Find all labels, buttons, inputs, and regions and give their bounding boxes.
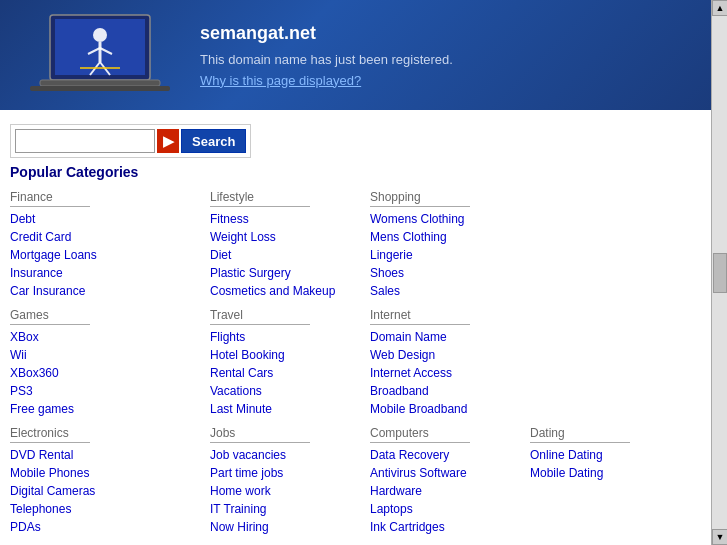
shopping-section: Shopping Womens Clothing Mens Clothing L… (370, 190, 530, 300)
electronics-section: Electronics DVD Rental Mobile Phones Dig… (10, 426, 210, 536)
search-input[interactable] (15, 129, 155, 153)
svg-point-2 (93, 28, 107, 42)
link-womens-clothing[interactable]: Womens Clothing (370, 210, 530, 228)
categories-grid: Finance Debt Credit Card Mortgage Loans … (10, 190, 717, 545)
electronics-header: Electronics (10, 426, 90, 443)
link-last-minute[interactable]: Last Minute (210, 400, 370, 418)
shopping-header: Shopping (370, 190, 470, 207)
games-section: Games XBox Wii XBox360 PS3 Free games (10, 308, 210, 418)
svg-rect-10 (30, 86, 170, 91)
scroll-up-button[interactable]: ▲ (712, 0, 727, 16)
link-wii[interactable]: Wii (10, 346, 210, 364)
header-domain: semangat.net (200, 23, 453, 44)
link-shoes[interactable]: Shoes (370, 264, 530, 282)
search-arrow-button[interactable]: ▶ (157, 129, 179, 153)
search-container: ▶ Search (0, 118, 727, 164)
link-pdas[interactable]: PDAs (10, 518, 210, 536)
link-sales[interactable]: Sales (370, 282, 530, 300)
link-credit-card[interactable]: Credit Card (10, 228, 210, 246)
dating-header: Dating (530, 426, 630, 443)
games-header: Games (10, 308, 90, 325)
link-weight-loss[interactable]: Weight Loss (210, 228, 370, 246)
link-home-work[interactable]: Home work (210, 482, 370, 500)
link-part-time-jobs[interactable]: Part time jobs (210, 464, 370, 482)
scrollbar[interactable]: ▲ ▼ (711, 0, 727, 545)
link-cosmetics[interactable]: Cosmetics and Makeup (210, 282, 370, 300)
link-dvd-rental[interactable]: DVD Rental (10, 446, 210, 464)
right-column: Lifestyle Fitness Weight Loss Diet Plast… (210, 190, 717, 545)
link-mortgage-loans[interactable]: Mortgage Loans (10, 246, 210, 264)
link-car-insurance[interactable]: Car Insurance (10, 282, 210, 300)
link-broadband[interactable]: Broadband (370, 382, 530, 400)
spacer-top-right (530, 190, 690, 308)
travel-header: Travel (210, 308, 310, 325)
link-mobile-phones[interactable]: Mobile Phones (10, 464, 210, 482)
spacer-mid-right (530, 308, 690, 426)
header: semangat.net This domain name has just b… (0, 0, 727, 110)
header-text: semangat.net This domain name has just b… (200, 23, 453, 88)
link-it-training[interactable]: IT Training (210, 500, 370, 518)
link-internet-access[interactable]: Internet Access (370, 364, 530, 382)
internet-section: Internet Domain Name Web Design Internet… (370, 308, 530, 418)
link-fitness[interactable]: Fitness (210, 210, 370, 228)
link-rental-cars[interactable]: Rental Cars (210, 364, 370, 382)
link-diet[interactable]: Diet (210, 246, 370, 264)
link-xbox360[interactable]: XBox360 (10, 364, 210, 382)
finance-section: Finance Debt Credit Card Mortgage Loans … (10, 190, 210, 300)
finance-header: Finance (10, 190, 90, 207)
link-ps3[interactable]: PS3 (10, 382, 210, 400)
popular-title: Popular Categories (10, 164, 717, 180)
search-box: ▶ Search (10, 124, 251, 158)
link-laptops[interactable]: Laptops (370, 500, 530, 518)
computers-header: Computers (370, 426, 470, 443)
link-domain-name[interactable]: Domain Name (370, 328, 530, 346)
computers-section: Computers Data Recovery Antivirus Softwa… (370, 426, 530, 536)
link-xbox[interactable]: XBox (10, 328, 210, 346)
lifestyle-section: Lifestyle Fitness Weight Loss Diet Plast… (210, 190, 370, 300)
travel-section: Travel Flights Hotel Booking Rental Cars… (210, 308, 370, 418)
link-vacations[interactable]: Vacations (210, 382, 370, 400)
link-telephones[interactable]: Telephones (10, 500, 210, 518)
link-debt[interactable]: Debt (10, 210, 210, 228)
link-digital-cameras[interactable]: Digital Cameras (10, 482, 210, 500)
link-now-hiring[interactable]: Now Hiring (210, 518, 370, 536)
link-mobile-broadband[interactable]: Mobile Broadband (370, 400, 530, 418)
link-hardware[interactable]: Hardware (370, 482, 530, 500)
link-ink-cartridges[interactable]: Ink Cartridges (370, 518, 530, 536)
right-grid: Lifestyle Fitness Weight Loss Diet Plast… (210, 190, 717, 545)
link-free-games[interactable]: Free games (10, 400, 210, 418)
jobs-header: Jobs (210, 426, 310, 443)
laptop-illustration (20, 10, 180, 100)
header-subtitle: This domain name has just been registere… (200, 52, 453, 67)
lifestyle-header: Lifestyle (210, 190, 310, 207)
link-flights[interactable]: Flights (210, 328, 370, 346)
link-lingerie[interactable]: Lingerie (370, 246, 530, 264)
scroll-thumb[interactable] (713, 253, 727, 293)
gap (0, 110, 727, 118)
link-online-dating[interactable]: Online Dating (530, 446, 690, 464)
dating-section: Dating Online Dating Mobile Dating (530, 426, 690, 536)
link-web-design[interactable]: Web Design (370, 346, 530, 364)
svg-rect-9 (40, 80, 160, 86)
left-column: Finance Debt Credit Card Mortgage Loans … (10, 190, 210, 545)
link-job-vacancies[interactable]: Job vacancies (210, 446, 370, 464)
link-mobile-dating[interactable]: Mobile Dating (530, 464, 690, 482)
link-mens-clothing[interactable]: Mens Clothing (370, 228, 530, 246)
search-button[interactable]: Search (181, 129, 246, 153)
link-antivirus[interactable]: Antivirus Software (370, 464, 530, 482)
header-link[interactable]: Why is this page displayed? (200, 73, 361, 88)
link-insurance[interactable]: Insurance (10, 264, 210, 282)
internet-header: Internet (370, 308, 470, 325)
main-content: Popular Categories Finance Debt Credit C… (0, 164, 727, 545)
scroll-down-button[interactable]: ▼ (712, 529, 727, 545)
link-hotel-booking[interactable]: Hotel Booking (210, 346, 370, 364)
jobs-section: Jobs Job vacancies Part time jobs Home w… (210, 426, 370, 536)
link-data-recovery[interactable]: Data Recovery (370, 446, 530, 464)
link-plastic-surgery[interactable]: Plastic Surgery (210, 264, 370, 282)
